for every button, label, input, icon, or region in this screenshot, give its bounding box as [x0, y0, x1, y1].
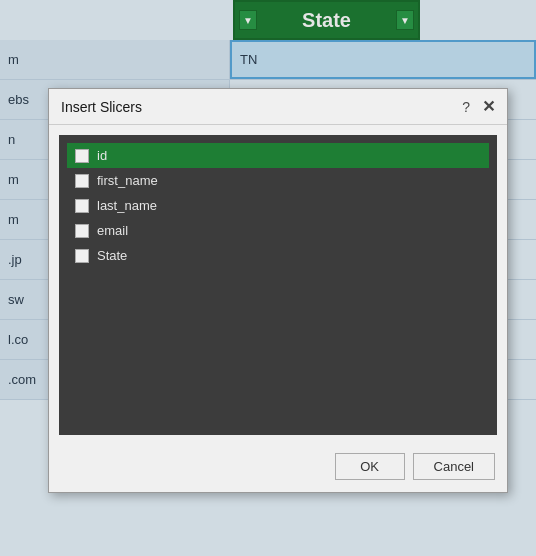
slicer-label-first-name: first_name: [97, 173, 158, 188]
cancel-button[interactable]: Cancel: [413, 453, 495, 480]
slicer-item-email[interactable]: email: [67, 218, 489, 243]
ok-button[interactable]: OK: [335, 453, 405, 480]
slicer-checkbox-first-name[interactable]: [75, 174, 89, 188]
slicer-item-first-name[interactable]: first_name: [67, 168, 489, 193]
slicer-label-state: State: [97, 248, 127, 263]
slicer-item-id[interactable]: id: [67, 143, 489, 168]
slicer-checkbox-id[interactable]: [75, 149, 89, 163]
dialog-footer: OK Cancel: [49, 445, 507, 492]
slicer-item-last-name[interactable]: last_name: [67, 193, 489, 218]
dialog-title: Insert Slicers: [61, 99, 142, 115]
slicer-checkbox-state[interactable]: [75, 249, 89, 263]
dialog-titlebar-actions: ? ✕: [462, 97, 495, 116]
slicer-item-state[interactable]: State: [67, 243, 489, 268]
help-icon[interactable]: ?: [462, 99, 470, 115]
slicers-list: id first_name last_name email State: [59, 135, 497, 435]
slicer-label-last-name: last_name: [97, 198, 157, 213]
insert-slicers-dialog: Insert Slicers ? ✕ id first_name last_na…: [48, 88, 508, 493]
close-icon[interactable]: ✕: [482, 97, 495, 116]
slicer-checkbox-last-name[interactable]: [75, 199, 89, 213]
dialog-titlebar: Insert Slicers ? ✕: [49, 89, 507, 125]
slicer-label-email: email: [97, 223, 128, 238]
slicer-checkbox-email[interactable]: [75, 224, 89, 238]
slicer-label-id: id: [97, 148, 107, 163]
